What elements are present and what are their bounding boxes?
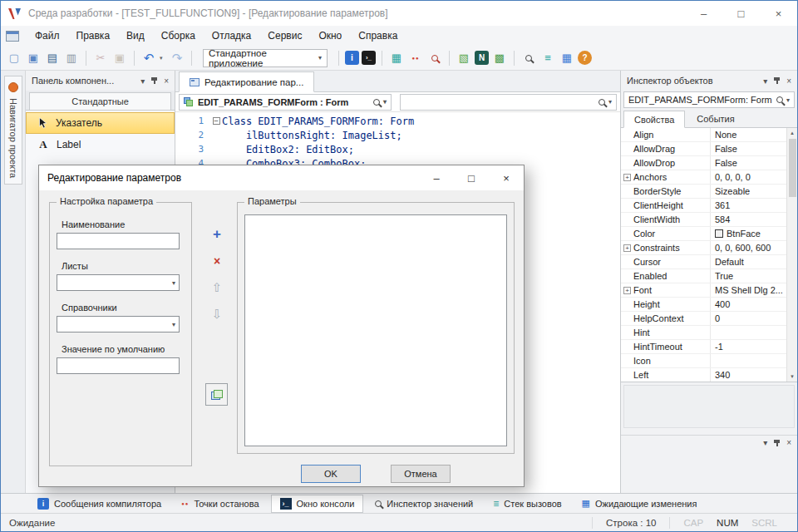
property-value[interactable]: -1	[710, 340, 797, 353]
profile-select[interactable]: Стандартное приложение ▾	[203, 49, 328, 67]
help-icon[interactable]: ?	[578, 51, 592, 65]
params-list[interactable]	[244, 214, 507, 446]
add-param-button[interactable]: +	[208, 226, 226, 243]
pin-icon[interactable]	[150, 76, 158, 85]
menu-tools[interactable]: Сервис	[260, 27, 309, 44]
property-value[interactable]: 0, 0, 600, 600	[710, 241, 797, 254]
expand-toggle[interactable]: +	[621, 244, 633, 252]
breakpoints-icon[interactable]: ●●	[407, 50, 424, 66]
pin-icon[interactable]	[773, 439, 781, 447]
property-value[interactable]: 400	[710, 298, 797, 311]
tab-console-window[interactable]: ›_ Окно консоли	[271, 495, 364, 513]
close-icon[interactable]: ×	[786, 76, 791, 86]
property-value[interactable]: None	[710, 128, 797, 141]
component-item-label-control[interactable]: A Label	[26, 134, 175, 155]
tab-compiler-messages[interactable]: i Сообщения компилятора	[29, 495, 170, 513]
property-value[interactable]: 0, 0, 0, 0	[710, 170, 797, 184]
close-icon[interactable]: ×	[164, 76, 169, 86]
chevron-down-icon[interactable]: ▾	[763, 438, 767, 447]
inspector-object-combo[interactable]: EDIT_PARAMS_FORMForm: Form ▾	[623, 91, 795, 108]
tab-events[interactable]: События	[687, 111, 744, 127]
tab-call-stack[interactable]: ≡ Стек вызовов	[485, 495, 569, 513]
tab-standard[interactable]: Стандартные	[29, 92, 171, 110]
property-value[interactable]: 340	[710, 368, 797, 382]
menu-help[interactable]: Справка	[351, 27, 405, 44]
expand-toggle[interactable]: +	[621, 287, 633, 294]
sheets-select[interactable]: ▾	[57, 274, 180, 291]
property-value[interactable]: 361	[710, 199, 797, 212]
dotnet-icon[interactable]: N	[475, 51, 489, 65]
info-icon[interactable]: i	[345, 51, 359, 65]
window-icon[interactable]	[6, 31, 19, 42]
call-stack-icon[interactable]: ≡	[539, 50, 556, 66]
project-navigator-tab[interactable]: Навигатор проекта	[4, 76, 22, 185]
component-item-pointer[interactable]: Указатель	[26, 112, 175, 134]
property-value[interactable]: Sizeable	[710, 185, 797, 198]
chevron-down-icon[interactable]: ▾	[763, 76, 767, 86]
delete-param-button[interactable]: ×	[208, 253, 226, 269]
redo-icon[interactable]: ↷	[169, 50, 185, 66]
dialog-minimize-button[interactable]: –	[419, 165, 454, 190]
refs-select[interactable]: ▾	[57, 316, 180, 332]
close-icon[interactable]: ×	[786, 438, 791, 447]
property-value[interactable]: Default	[710, 255, 797, 268]
ok-button[interactable]: OK	[301, 465, 361, 483]
name-input[interactable]	[57, 233, 180, 249]
image-button[interactable]	[205, 383, 228, 406]
move-down-button[interactable]: ⇩	[208, 306, 226, 323]
tab-properties[interactable]: Свойства	[623, 111, 685, 128]
maximize-button[interactable]: □	[722, 1, 760, 26]
save-all-icon[interactable]: ▤	[44, 50, 61, 66]
console-icon[interactable]: ›_	[362, 51, 376, 65]
menu-file[interactable]: Файл	[27, 27, 67, 44]
tab-edit-params-document[interactable]: Редактирование пар...	[179, 71, 314, 92]
expand-toggle[interactable]: +	[621, 174, 633, 181]
new-file-icon[interactable]: ▢	[6, 50, 22, 66]
fold-toggle[interactable]: –	[210, 117, 222, 125]
undo-icon[interactable]: ↶	[140, 50, 157, 66]
menu-edit[interactable]: Правка	[69, 27, 118, 44]
cancel-button[interactable]: Отмена	[391, 465, 451, 483]
menu-window[interactable]: Окно	[311, 27, 349, 44]
chevron-down-icon[interactable]: ▾	[140, 76, 145, 86]
dialog-titlebar[interactable]: Редактирование параметров – □ ×	[39, 165, 524, 190]
property-value[interactable]: False	[710, 156, 797, 170]
close-button[interactable]: ×	[760, 1, 797, 26]
tab-value-inspector[interactable]: Инспектор значений	[367, 495, 481, 513]
property-value[interactable]: 584	[710, 213, 797, 226]
property-value[interactable]	[710, 326, 797, 339]
scroll-down-icon[interactable]: ▾	[791, 372, 794, 382]
property-value[interactable]	[710, 354, 797, 367]
chevron-down-icon[interactable]: ▾	[160, 55, 166, 62]
form-designer-icon[interactable]: ▧	[456, 50, 472, 66]
package-icon[interactable]: ▩	[491, 50, 508, 66]
property-value[interactable]: BtnFace	[710, 227, 797, 240]
editor-search-input[interactable]: ▾	[400, 94, 617, 111]
components-icon[interactable]: ▦	[388, 50, 405, 66]
dialog-close-button[interactable]: ×	[489, 165, 524, 190]
menu-debug[interactable]: Отладка	[204, 27, 259, 44]
inspector-scrollbar[interactable]: ▴ ▾	[786, 128, 797, 382]
property-value[interactable]: MS Shell Dlg 2...	[710, 283, 797, 297]
pending-changes-icon[interactable]: ▦	[559, 50, 575, 66]
menu-view[interactable]: Вид	[119, 27, 152, 44]
scroll-up-icon[interactable]: ▴	[791, 128, 794, 138]
copy-icon[interactable]: ▣	[111, 50, 128, 66]
default-value-input[interactable]	[57, 357, 180, 374]
watch-icon[interactable]	[426, 50, 443, 66]
move-up-button[interactable]: ⇧	[208, 279, 226, 296]
scrollbar-thumb[interactable]	[789, 139, 796, 197]
find-icon[interactable]	[520, 50, 537, 66]
menu-build[interactable]: Сборка	[154, 27, 203, 44]
property-value[interactable]: True	[710, 269, 797, 283]
property-value[interactable]: False	[710, 142, 797, 155]
minimize-button[interactable]: –	[685, 1, 722, 26]
save-icon[interactable]: ▣	[25, 50, 42, 66]
pin-icon[interactable]	[773, 76, 781, 85]
member-navigator-combo[interactable]: EDIT_PARAMS_FORMForm : Form ▾	[179, 94, 392, 111]
cut-icon[interactable]: ✂	[92, 50, 109, 66]
dialog-maximize-button[interactable]: □	[454, 165, 489, 190]
tab-pending-changes[interactable]: ▦ Ожидающие изменения	[574, 495, 706, 513]
property-value[interactable]: 0	[710, 312, 797, 325]
print-icon[interactable]: ▥	[63, 50, 80, 66]
